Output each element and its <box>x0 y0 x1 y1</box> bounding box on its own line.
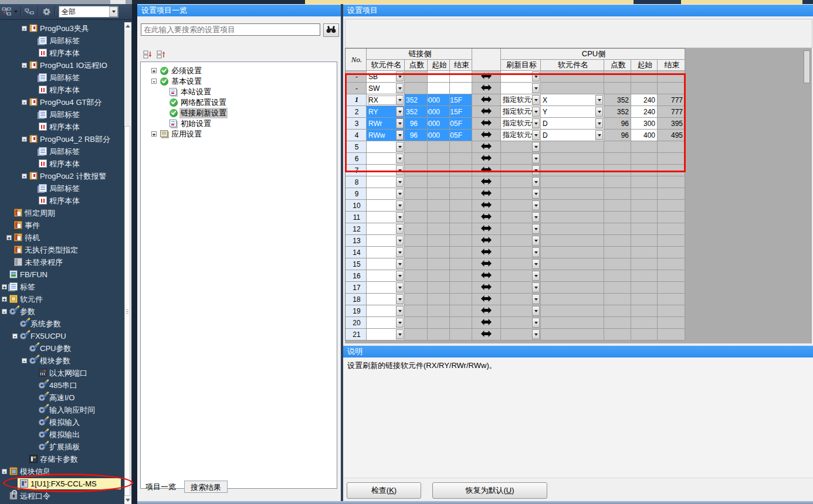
refresh-target-cell[interactable] <box>501 247 541 258</box>
link-points-cell[interactable]: 96 <box>405 118 428 130</box>
refresh-target-cell[interactable] <box>501 329 541 340</box>
sidebar-item[interactable]: 程序本体 <box>0 84 123 96</box>
dropdown-button-icon[interactable] <box>396 259 404 269</box>
tree-expander-icon[interactable]: + <box>151 131 157 137</box>
sidebar-item[interactable]: CPU参数 <box>0 342 123 355</box>
dropdown-button-icon[interactable] <box>595 95 603 105</box>
sidebar-item[interactable]: 以太网端口 <box>0 367 123 379</box>
dropdown-button-icon[interactable] <box>532 107 540 117</box>
check-button[interactable]: 检查(K) <box>347 482 421 499</box>
dropdown-button-icon[interactable] <box>595 107 603 117</box>
sidebar-item[interactable]: -ProgPou4 GT部分 <box>0 96 123 108</box>
sidebar-item[interactable]: -模块参数 <box>0 355 123 367</box>
dropdown-button-icon[interactable] <box>532 200 540 210</box>
sidebar-item[interactable]: 局部标签 <box>0 35 123 47</box>
sidebar-item[interactable]: -ProgPou3夹具 <box>0 22 123 35</box>
dropdown-button-icon[interactable] <box>595 130 603 140</box>
cpu-start-cell[interactable]: 300 <box>631 118 658 130</box>
dropdown-button-icon[interactable] <box>396 200 404 210</box>
settings-tree-item[interactable]: 初始设置 <box>141 118 337 129</box>
sidebar-item[interactable]: 事件 <box>0 219 123 231</box>
sidebar-item[interactable]: 系统参数 <box>0 318 123 330</box>
refresh-target-cell[interactable] <box>501 83 541 94</box>
refresh-target-cell[interactable] <box>501 200 541 212</box>
dropdown-button-icon[interactable] <box>532 306 540 316</box>
refresh-target-cell[interactable] <box>501 71 541 83</box>
expand-all-icon[interactable] <box>143 50 153 59</box>
dropdown-button-icon[interactable] <box>396 212 404 222</box>
dropdown-button-icon[interactable] <box>396 107 404 117</box>
link-device-cell[interactable] <box>367 176 405 188</box>
dropdown-button-icon[interactable] <box>532 154 540 164</box>
collapse-tree-icon[interactable] <box>25 8 35 16</box>
refresh-target-cell[interactable] <box>501 270 541 282</box>
dropdown-button-icon[interactable] <box>396 282 404 292</box>
tree-expander-icon[interactable]: - <box>22 26 27 31</box>
dropdown-button-icon[interactable] <box>532 318 540 328</box>
link-start-cell[interactable]: 00000 <box>428 118 450 130</box>
refresh-target-cell[interactable] <box>501 212 541 223</box>
link-end-cell[interactable]: 0015F <box>450 106 472 118</box>
refresh-target-cell[interactable] <box>501 165 541 176</box>
tree-expander-icon[interactable]: - <box>22 173 27 179</box>
dropdown-button-icon[interactable] <box>532 95 540 105</box>
tree-expander-icon[interactable]: - <box>22 358 27 363</box>
sidebar-item[interactable]: -FX5UCPU <box>0 330 123 342</box>
link-device-cell[interactable] <box>367 294 405 305</box>
sidebar-item[interactable]: 1[U1]:FX5-CCL-MS <box>0 478 123 490</box>
sidebar-item[interactable]: 输入响应时间 <box>0 404 123 416</box>
link-device-cell[interactable]: SB <box>367 71 405 83</box>
dropdown-button-icon[interactable] <box>532 212 540 222</box>
link-device-cell[interactable]: SW <box>367 83 405 94</box>
tree-expander-icon[interactable]: - <box>151 79 157 84</box>
search-input[interactable] <box>141 23 320 36</box>
sidebar-item[interactable]: -参数 <box>0 305 123 318</box>
sidebar-item[interactable]: 模拟输入 <box>0 416 123 428</box>
link-device-cell[interactable]: RX <box>367 94 405 106</box>
refresh-target-cell[interactable]: 指定软元件 <box>501 130 541 141</box>
sidebar-item[interactable]: 局部标签 <box>0 71 123 84</box>
dropdown-button-icon[interactable] <box>532 329 540 339</box>
dropdown-button-icon[interactable] <box>595 118 603 128</box>
dropdown-button-icon[interactable] <box>396 177 404 187</box>
tree-expander-icon[interactable]: - <box>22 137 27 142</box>
refresh-target-cell[interactable] <box>501 258 541 270</box>
refresh-target-cell[interactable] <box>501 188 541 200</box>
dropdown-button-icon[interactable] <box>396 154 404 164</box>
link-device-cell[interactable]: RY <box>367 106 405 118</box>
tree-expander-icon[interactable]: - <box>22 63 27 68</box>
tab-search-result[interactable]: 搜索结果 <box>184 481 228 493</box>
sidebar-item[interactable]: 扩展插板 <box>0 441 123 453</box>
sidebar-scrollbar[interactable] <box>124 22 131 504</box>
tree-expander-icon[interactable]: + <box>2 297 7 302</box>
dropdown-button-icon[interactable] <box>396 236 404 246</box>
dropdown-button-icon[interactable] <box>532 236 540 246</box>
dropdown-button-icon[interactable] <box>396 271 404 281</box>
sidebar-item[interactable]: 程序本体 <box>0 158 123 170</box>
dropdown-button-icon[interactable] <box>532 118 540 128</box>
cpu-start-cell[interactable]: 240 <box>631 94 658 106</box>
tree-expander-icon[interactable]: + <box>6 235 12 240</box>
dropdown-button-icon[interactable] <box>532 165 540 175</box>
cpu-start-cell[interactable]: 400 <box>631 130 658 141</box>
dropdown-button-icon[interactable] <box>396 71 404 81</box>
dropdown-button-icon[interactable] <box>396 130 404 140</box>
dropdown-button-icon[interactable] <box>396 294 404 304</box>
search-button[interactable] <box>323 23 339 37</box>
link-start-cell[interactable]: 00000 <box>428 130 450 141</box>
link-end-cell[interactable]: 0015F <box>450 94 472 106</box>
settings-tree-item[interactable]: +必须设置 <box>141 66 337 76</box>
table-scrollbar-thumb[interactable] <box>804 50 810 83</box>
cpu-device-cell[interactable]: D <box>541 118 604 130</box>
link-device-cell[interactable] <box>367 165 405 176</box>
sidebar-item[interactable]: 485串口 <box>0 379 123 391</box>
dropdown-button-icon[interactable] <box>396 83 404 93</box>
sidebar-item[interactable]: 无执行类型指定 <box>0 244 123 256</box>
link-start-cell[interactable]: 00000 <box>428 94 450 106</box>
dropdown-button-icon[interactable] <box>532 224 540 234</box>
sidebar-item[interactable]: -模块信息 <box>0 465 123 478</box>
link-points-cell[interactable]: 352 <box>405 94 428 106</box>
settings-tree-item[interactable]: -基本设置 <box>141 76 337 87</box>
sidebar-item[interactable]: 程序本体 <box>0 47 123 59</box>
scrollbar-thumb[interactable] <box>124 126 130 496</box>
